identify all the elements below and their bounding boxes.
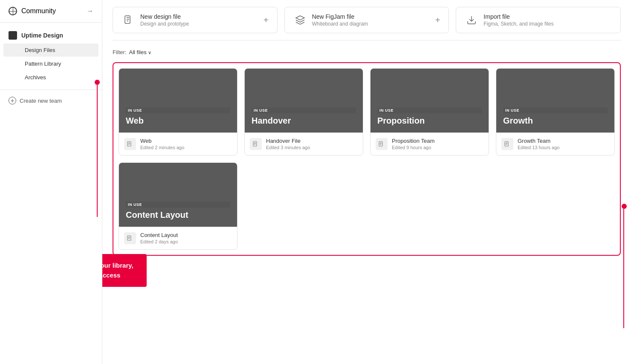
content-layout-file-info: Content Layout Edited 2 days ago [119, 227, 237, 249]
nav-design-files[interactable]: Design Files [3, 43, 98, 57]
figjam-title: New FigJam file [312, 13, 430, 20]
new-design-file-card[interactable]: New design file Design and prototype + [113, 7, 278, 33]
figjam-text: New FigJam file Whiteboard and diagram [312, 13, 430, 27]
create-team-button[interactable]: + Create new team [0, 93, 102, 108]
globe-icon [9, 7, 17, 15]
file-card-web[interactable]: IN USE Web Web Edited 2 minutes ago [119, 68, 237, 156]
web-file-info: Web Edited 2 minutes ago [119, 133, 237, 155]
team-name: Uptime Design [21, 32, 63, 39]
row2-container: IN USE Content Layout Content Layout [119, 162, 615, 250]
proposition-thumb-title: Proposition [377, 116, 482, 126]
sidebar: Community → Uptime Design Design Files P… [0, 0, 102, 364]
proposition-edited: Edited 9 hours ago [392, 145, 483, 150]
action-bar: New design file Design and prototype + N… [113, 0, 621, 40]
nav-archives[interactable]: Archives [3, 71, 98, 84]
proposition-title: Proposition Team [392, 138, 483, 144]
team-section: Uptime Design Design Files Pattern Libra… [0, 23, 102, 90]
new-design-file-subtitle: Design and prototype [140, 21, 258, 27]
handover-title: Handover File [266, 138, 358, 144]
growth-in-use-badge: IN USE [503, 107, 608, 113]
content-layout-thumbnail: IN USE Content Layout [119, 163, 237, 227]
sidebar-annotation-box: We separate our design files, our librar… [102, 254, 147, 287]
import-subtitle: Figma, Sketch, and image files [483, 21, 612, 27]
handover-file-details: Handover File Edited 3 minutes ago [266, 138, 358, 150]
file-card-growth[interactable]: IN USE Growth Growth Team Edited 13 hour… [496, 68, 615, 156]
file-grid-row2: IN USE Content Layout Content Layout [119, 162, 615, 250]
growth-file-details: Growth Team Edited 13 hours ago [518, 138, 609, 150]
proposition-file-info: Proposition Team Edited 9 hours ago [370, 133, 489, 155]
content-layout-details: Content Layout Edited 2 days ago [140, 232, 232, 244]
web-title: Web [140, 138, 232, 144]
import-file-card[interactable]: Import file Figma, Sketch, and image fil… [456, 7, 621, 33]
content-layout-edited: Edited 2 days ago [140, 239, 232, 244]
sidebar-annotation-dot [95, 80, 100, 85]
growth-file-info: Growth Team Edited 13 hours ago [496, 133, 614, 155]
handover-edited: Edited 3 minutes ago [266, 145, 358, 150]
web-edited: Edited 2 minutes ago [140, 145, 232, 150]
create-team-label: Create new team [20, 98, 62, 104]
proposition-file-details: Proposition Team Edited 9 hours ago [392, 138, 483, 150]
filter-label: Filter: [113, 49, 127, 55]
arrow-icon: → [87, 7, 93, 15]
growth-thumbnail: IN USE Growth [496, 69, 614, 133]
web-in-use-badge: IN USE [126, 107, 230, 113]
figjam-subtitle: Whiteboard and diagram [312, 21, 430, 27]
grid-annotation-dot [622, 204, 627, 209]
svg-rect-0 [125, 16, 130, 23]
figjam-plus: + [435, 15, 440, 25]
sidebar-annotation-box-wrapper: We separate our design files, our librar… [102, 254, 147, 287]
content-layout-file-icon [124, 232, 136, 244]
plus-icon: + [9, 97, 16, 104]
new-figjam-card[interactable]: New FigJam file Whiteboard and diagram + [284, 7, 449, 33]
team-header[interactable]: Uptime Design [0, 28, 102, 43]
community-nav-item[interactable]: Community → [0, 0, 102, 22]
growth-thumb-title: Growth [503, 116, 608, 126]
web-thumbnail: IN USE Web [119, 69, 237, 133]
file-card-proposition[interactable]: IN USE Proposition Proposition Team Edit… [370, 68, 489, 156]
growth-edited: Edited 13 hours ago [518, 145, 609, 150]
main-content: New design file Design and prototype + N… [102, 0, 631, 364]
grid-annotation-line-v [623, 209, 624, 328]
community-left: Community [9, 7, 56, 15]
handover-thumb-title: Handover [252, 116, 356, 126]
content-layout-thumb-title: Content Layout [126, 210, 230, 220]
web-file-details: Web Edited 2 minutes ago [140, 138, 232, 150]
file-grid-row1: IN USE Web Web Edited 2 minutes ago [119, 68, 615, 156]
files-section: IN USE Web Web Edited 2 minutes ago [113, 62, 621, 256]
figjam-icon [293, 13, 307, 27]
team-icon [9, 31, 17, 40]
proposition-file-icon [376, 138, 388, 150]
filter-value[interactable]: All files [129, 49, 151, 55]
proposition-thumbnail: IN USE Proposition [370, 69, 489, 133]
new-design-plus: + [263, 15, 269, 25]
sidebar-annotation-line [97, 85, 98, 217]
handover-in-use-badge: IN USE [252, 107, 356, 113]
community-label: Community [21, 7, 56, 15]
content-layout-badge: IN USE [126, 202, 230, 208]
import-title: Import file [483, 13, 612, 20]
new-design-file-text: New design file Design and prototype [140, 13, 258, 27]
web-file-icon [124, 138, 136, 150]
handover-thumbnail: IN USE Handover [245, 69, 363, 133]
handover-file-icon [250, 138, 262, 150]
proposition-in-use-badge: IN USE [377, 107, 482, 113]
handover-file-info: Handover File Edited 3 minutes ago [245, 133, 363, 155]
growth-title: Growth Team [518, 138, 609, 144]
design-file-icon [122, 13, 135, 27]
filter-bar: Filter: All files [113, 49, 621, 55]
new-design-file-title: New design file [140, 13, 258, 20]
growth-file-icon [501, 138, 513, 150]
web-thumb-title: Web [126, 116, 230, 126]
file-card-content-layout[interactable]: IN USE Content Layout Content Layout [119, 162, 237, 250]
import-icon [465, 13, 478, 27]
content-layout-title: Content Layout [140, 232, 232, 238]
import-text: Import file Figma, Sketch, and image fil… [483, 13, 612, 27]
file-card-handover[interactable]: IN USE Handover Handover File Edited 3 m… [244, 68, 363, 156]
sidebar-divider-2 [0, 90, 102, 90]
nav-pattern-library[interactable]: Pattern Library [3, 57, 98, 70]
